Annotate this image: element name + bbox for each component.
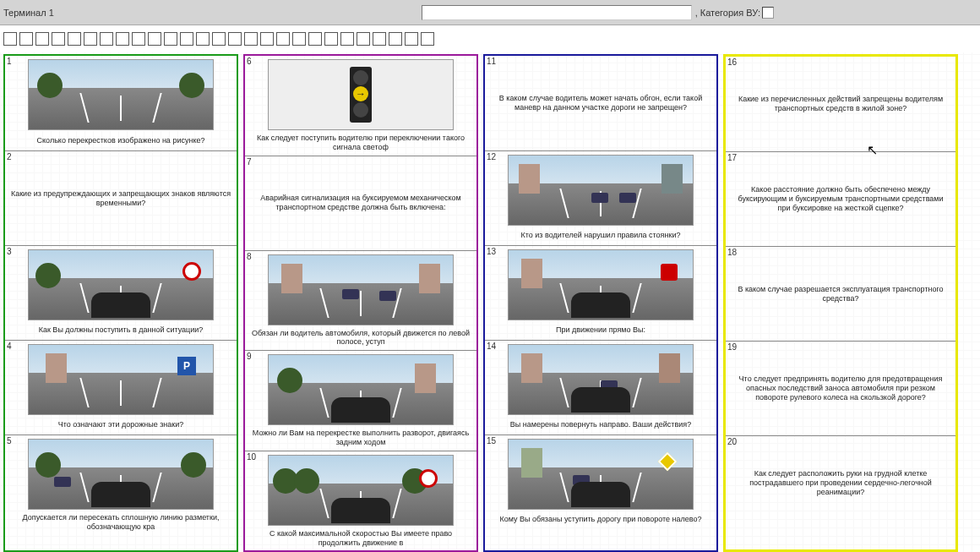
question-cell-4[interactable]: 4PЧто означают эти дорожные знаки? (5, 340, 237, 434)
progress-check-12[interactable] (180, 32, 193, 46)
column-4: 16Какие из перечисленных действий запрещ… (723, 54, 958, 552)
question-text: Что означают эти дорожные знаки? (5, 415, 237, 434)
question-image (508, 155, 694, 226)
progress-check-3[interactable] (35, 32, 49, 46)
progress-check-13[interactable] (196, 32, 210, 46)
question-image (28, 249, 214, 320)
question-cell-2[interactable]: 2Какие из предупреждающих и запрещающих … (5, 150, 237, 245)
question-number: 1 (7, 57, 12, 66)
question-cell-11[interactable]: 11В каком случае водитель может начать о… (485, 56, 716, 150)
question-number: 18 (727, 248, 737, 257)
progress-check-6[interactable] (84, 32, 97, 46)
category-label: , Категория ВУ: (695, 8, 760, 18)
question-number: 10 (247, 452, 256, 462)
question-text: Допускается ли пересекать сплошную линию… (5, 510, 237, 535)
progress-check-19[interactable] (292, 32, 306, 46)
header-bar: Терминал 1 , Категория ВУ: (0, 0, 980, 25)
question-number: 19 (727, 342, 737, 352)
progress-check-2[interactable] (19, 32, 33, 46)
question-number: 8 (247, 252, 252, 261)
question-cell-12[interactable]: 12Кто из водителей нарушил правила стоян… (485, 150, 716, 245)
question-text: Кому Вы обязаны уступить дорогу при пово… (485, 510, 716, 529)
progress-check-20[interactable] (308, 32, 322, 46)
name-input[interactable] (422, 5, 692, 20)
question-cell-19[interactable]: 19Что следует предпринять водителю для п… (726, 341, 956, 435)
question-cell-5[interactable]: 5Допускается ли пересекать сплошную лини… (5, 434, 237, 535)
question-text: Аварийная сигнализация на буксируемом ме… (245, 156, 476, 250)
question-text: При движении прямо Вы: (485, 320, 716, 340)
progress-check-24[interactable] (373, 32, 386, 46)
progress-check-16[interactable] (244, 32, 258, 46)
progress-check-26[interactable] (405, 32, 418, 46)
question-cell-20[interactable]: 20Как следует расположить руки на грудно… (726, 435, 956, 530)
question-number: 17 (727, 153, 737, 162)
question-cell-15[interactable]: 15Кому Вы обязаны уступить дорогу при по… (485, 434, 716, 529)
question-cell-13[interactable]: 13При движении прямо Вы: (485, 245, 716, 340)
progress-check-7[interactable] (100, 32, 113, 46)
question-number: 6 (247, 57, 252, 66)
question-cell-9[interactable]: 9Можно ли Вам на перекрестке выполнить р… (245, 350, 476, 451)
question-number: 15 (487, 436, 496, 445)
progress-check-23[interactable] (357, 32, 370, 46)
progress-check-8[interactable] (116, 32, 129, 46)
question-text: Как следует поступить водителю при перек… (245, 130, 476, 156)
column-2: 6→Как следует поступить водителю при пер… (243, 54, 478, 552)
question-text: Какое расстояние должно быть обеспечено … (726, 152, 956, 246)
category-checkbox[interactable] (762, 7, 774, 19)
question-number: 5 (7, 436, 12, 445)
question-number: 9 (247, 352, 252, 361)
question-image (28, 439, 214, 510)
question-cell-6[interactable]: 6→Как следует поступить водителю при пер… (245, 56, 476, 156)
question-image (508, 249, 694, 320)
question-image (268, 455, 454, 526)
question-number: 13 (487, 247, 496, 256)
question-number: 3 (7, 247, 12, 256)
progress-check-21[interactable] (324, 32, 338, 46)
progress-check-25[interactable] (389, 32, 402, 46)
mouse-cursor: ↖ (867, 142, 878, 158)
progress-check-18[interactable] (276, 32, 290, 46)
progress-check-27[interactable] (421, 32, 434, 46)
question-text: С какой максимальной скоростью Вы имеете… (245, 526, 476, 551)
question-cell-16[interactable]: 16Какие из перечисленных действий запрещ… (726, 57, 956, 151)
question-number: 7 (247, 157, 252, 167)
question-number: 11 (487, 57, 496, 66)
question-number: 14 (487, 342, 496, 351)
question-cell-7[interactable]: 7Аварийная сигнализация на буксируемом м… (245, 156, 476, 250)
question-cell-3[interactable]: 3Как Вы должны поступить в данной ситуац… (5, 245, 237, 340)
question-image: P (28, 344, 214, 415)
question-image (508, 439, 694, 510)
question-number: 16 (727, 57, 737, 67)
question-text: Можно ли Вам на перекрестке выполнить ра… (245, 425, 476, 451)
progress-check-17[interactable] (260, 32, 274, 46)
question-text: Как следует расположить руки на грудной … (726, 436, 956, 530)
question-text: В каком случае разрешается эксплуатация … (726, 247, 956, 341)
progress-check-1[interactable] (3, 32, 17, 46)
question-number: 4 (7, 342, 12, 351)
progress-check-10[interactable] (148, 32, 161, 46)
progress-check-9[interactable] (132, 32, 145, 46)
progress-check-22[interactable] (340, 32, 354, 46)
question-text: Какие из предупреждающих и запрещающих з… (5, 151, 237, 245)
question-text: Как Вы должны поступить в данной ситуаци… (5, 320, 237, 340)
progress-check-14[interactable] (212, 32, 226, 46)
question-image (508, 344, 694, 415)
question-cell-18[interactable]: 18В каком случае разрешается эксплуатаци… (726, 246, 956, 341)
question-image (268, 254, 454, 325)
question-cell-14[interactable]: 14Вы намерены повернуть направо. Ваши де… (485, 340, 716, 434)
question-cell-8[interactable]: 8Обязан ли водитель автомобиля, который … (245, 250, 476, 351)
question-cell-1[interactable]: 1Сколько перекрестков изображено на рису… (5, 56, 237, 150)
question-image (268, 354, 454, 425)
question-image: → (268, 59, 454, 130)
question-cell-17[interactable]: 17Какое расстояние должно быть обеспечен… (726, 151, 956, 246)
question-text: В каком случае водитель может начать обг… (485, 56, 716, 150)
progress-checkboxes (0, 25, 980, 52)
progress-check-11[interactable] (164, 32, 177, 46)
progress-check-15[interactable] (228, 32, 242, 46)
progress-check-4[interactable] (52, 32, 65, 46)
question-cell-10[interactable]: 10С какой максимальной скоростью Вы имее… (245, 451, 476, 551)
question-text: Кто из водителей нарушил правила стоянки… (485, 226, 716, 245)
question-text: Что следует предпринять водителю для пре… (726, 342, 956, 435)
question-text: Вы намерены повернуть направо. Ваши дейс… (485, 415, 716, 434)
progress-check-5[interactable] (68, 32, 81, 46)
